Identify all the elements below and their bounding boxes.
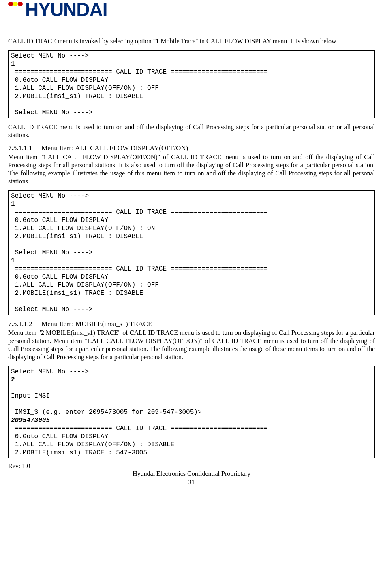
code-line-input: 1	[11, 257, 15, 264]
code-line: 1.ALL CALL FLOW DISPLAY(OFF/ON) : DISABL…	[11, 441, 174, 448]
page-footer: Hyundai Electronics Confidential Proprie…	[8, 470, 375, 487]
code-line: 2.MOBILE(imsi_s1) TRACE : DISABLE	[11, 93, 143, 100]
code-block-toggle-example: Select MENU No ----> 1 =================…	[8, 190, 375, 315]
paragraph-description: CALL ID TRACE menu is used to turn on an…	[8, 123, 375, 139]
heading-number: 7.5.1.1.2	[8, 320, 40, 328]
heading-7-5-1-1-1: 7.5.1.1.1 Menu Item: ALL CALL FLOW DISPL…	[8, 144, 375, 152]
code-line: Select MENU No ---->	[11, 52, 89, 60]
code-line: 0.Goto CALL FLOW DISPLAY	[11, 433, 108, 440]
code-line: Select MENU No ---->	[11, 192, 89, 200]
code-line: 2.MOBILE(imsi_s1) TRACE : 547-3005	[11, 449, 147, 456]
code-line: ========================= CALL ID TRACE …	[11, 425, 268, 432]
paragraph-intro: CALL ID TRACE menu is invoked by selecti…	[8, 37, 375, 45]
code-line-input: 1	[11, 60, 15, 68]
code-line-input-imsi: 2095473005	[11, 417, 50, 424]
paragraph-menu-item-2: Menu item "2.MOBILE(imsi_s1) TRACE" of C…	[8, 329, 375, 361]
code-line: 0.Goto CALL FLOW DISPLAY	[11, 77, 108, 84]
code-block-imsi-example: Select MENU No ----> 2 Input IMSI IMSI_S…	[8, 366, 375, 458]
code-line: 1.ALL CALL FLOW DISPLAY(OFF/ON) : OFF	[11, 85, 159, 92]
code-line: Select MENU No ---->	[11, 306, 93, 313]
footer-page-number: 31	[188, 479, 195, 486]
heading-title: Menu Item: ALL CALL FLOW DISPLAY(OFF/ON)	[41, 144, 188, 152]
code-line-input: 2	[11, 376, 15, 383]
code-line-input: 1	[11, 200, 15, 208]
footer-revision: Rev: 1.0	[8, 462, 375, 470]
code-line: Select MENU No ---->	[11, 109, 93, 116]
logo-dots	[8, 2, 23, 6]
code-line: 2.MOBILE(imsi_s1) TRACE : DISABLE	[11, 290, 143, 297]
code-block-call-id-trace: Select MENU No ----> 1 =================…	[8, 50, 375, 118]
footer-confidential: Hyundai Electronics Confidential Proprie…	[133, 470, 250, 477]
code-line: IMSI_S (e.g. enter 2095473005 for 209-54…	[11, 409, 201, 416]
dot-red-icon	[18, 2, 23, 6]
code-line: 1.ALL CALL FLOW DISPLAY(OFF/ON) : ON	[11, 225, 155, 232]
heading-title: Menu Item: MOBILE(imsi_s1) TRACE	[41, 320, 152, 328]
heading-number: 7.5.1.1.1	[8, 144, 40, 152]
code-line: 0.Goto CALL FLOW DISPLAY	[11, 217, 108, 224]
code-line: 2.MOBILE(imsi_s1) TRACE : DISABLE	[11, 233, 143, 240]
code-line: 0.Goto CALL FLOW DISPLAY	[11, 273, 108, 281]
wordmark-logo: HYUNDAI	[25, 0, 107, 19]
code-line: Select MENU No ---->	[11, 368, 89, 375]
code-line: 1.ALL CALL FLOW DISPLAY(OFF/ON) : OFF	[11, 281, 159, 289]
paragraph-menu-item-1: Menu item "1.ALL CALL FLOW DISPLAY(OFF/O…	[8, 153, 375, 185]
heading-7-5-1-1-2: 7.5.1.1.2 Menu Item: MOBILE(imsi_s1) TRA…	[8, 320, 375, 328]
code-line: ========================= CALL ID TRACE …	[11, 265, 268, 273]
page-header: HYUNDAI	[8, 0, 375, 21]
code-line: Input IMSI	[11, 392, 50, 400]
code-line: ========================= CALL ID TRACE …	[11, 68, 268, 76]
dot-yellow-icon	[13, 2, 18, 6]
code-line: ========================= CALL ID TRACE …	[11, 209, 268, 216]
dot-red-icon	[8, 2, 13, 6]
code-line: Select MENU No ---->	[11, 249, 93, 256]
